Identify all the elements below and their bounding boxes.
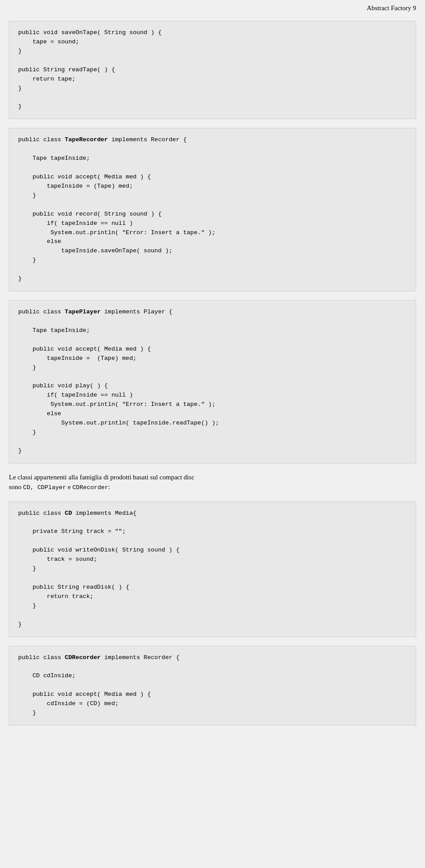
code-block-tape-player: public class TapePlayer implements Playe… — [9, 300, 416, 463]
prose-text-colon: : — [108, 483, 110, 490]
prose-block-1: Le classi appartenenti alla famiglia di … — [9, 472, 416, 493]
code-block-tape-recorder: public class TapeRecorder implements Rec… — [9, 128, 416, 291]
prose-text-sono: sono — [9, 483, 23, 490]
prose-inline-cd: CD, — [23, 484, 37, 491]
prose-inline-cdrecorder: CDRecorder — [72, 484, 108, 491]
code-block-cd: public class CD implements Media{ privat… — [9, 502, 416, 637]
content-area: public void saveOnTape( String sound ) {… — [0, 16, 425, 739]
prose-inline-cdplayer: CDPlayer — [38, 484, 66, 491]
page-title: Abstract Factory 9 — [367, 4, 416, 12]
prose-text-line1: Le classi appartenenti alla famiglia di … — [9, 474, 194, 481]
code-block-saveon-tape: public void saveOnTape( String sound ) {… — [9, 21, 416, 119]
prose-text-e: e — [66, 483, 72, 490]
code-block-cdrecorder: public class CDRecorder implements Recor… — [9, 646, 416, 725]
page-header: Abstract Factory 9 — [0, 0, 425, 16]
